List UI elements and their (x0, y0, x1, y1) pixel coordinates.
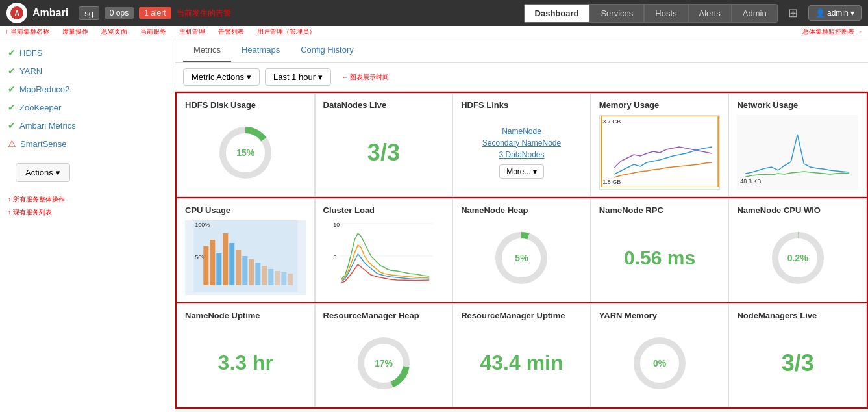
donut-label: 5% (515, 253, 528, 263)
tab-config-history[interactable]: Config History (290, 38, 364, 62)
ann-alerts: 告警列表 (218, 27, 244, 36)
cpu-chart: 100% 50% (185, 220, 306, 295)
app-name: Ambari (32, 7, 68, 19)
ann-total-view: 总览页面 (101, 27, 127, 36)
tab-heatmaps[interactable]: Heatmaps (231, 38, 290, 62)
tab-metrics[interactable]: Metrics (183, 38, 231, 62)
svg-text:5: 5 (333, 254, 336, 261)
ann-services-list: ↑ 现有服务列表 (0, 207, 175, 218)
sidebar-item-yarn[interactable]: ✔ YARN (0, 62, 175, 80)
main-layout: 当前正在执行的操作→ ✔ HDFS ✔ YARN ✔ MapReduce2 ✔ … (0, 38, 868, 412)
ann-cluster-name: ↑ 当前集群名称 (5, 27, 49, 36)
metric-memory-usage: Memory Usage 3.7 GB 1.8 GB (591, 93, 729, 197)
status-ok-icon: ✔ (8, 120, 16, 131)
metric-rm-heap: ResourceManager Heap 17% (315, 303, 453, 407)
nav-tab-alerts[interactable]: Alerts (688, 4, 732, 23)
ann-cluster-monitor: 总体集群监控图表 → (802, 27, 863, 36)
hdfs-link-datanodes[interactable]: 3 DataNodes (499, 150, 544, 159)
actions-container: Actions ▾ (8, 158, 167, 187)
alert-badge[interactable]: 1 alert (139, 7, 171, 19)
sidebar-item-hdfs[interactable]: ✔ HDFS (0, 44, 175, 62)
svg-rect-21 (255, 263, 260, 285)
metric-title: ResourceManager Uptime (461, 311, 582, 320)
metric-value: 43.4 min (461, 326, 582, 400)
grid-icon[interactable]: ⊞ (783, 6, 803, 20)
metric-actions-button[interactable]: Metric Actions ▾ (183, 68, 260, 86)
ann-metric-actions: 度量操作 (62, 27, 88, 36)
sidebar-item-zookeeper[interactable]: ✔ ZooKeeper (0, 98, 175, 116)
sidebar-item-smartsense[interactable]: ⚠ SmartSense (0, 135, 175, 153)
svg-text:1.8 GB: 1.8 GB (602, 179, 621, 185)
cluster-badge[interactable]: sg (79, 6, 99, 20)
metrics-grid-row2: CPU Usage 100% 50% (175, 198, 868, 303)
svg-text:10: 10 (333, 222, 340, 228)
donut-chart: 5% (492, 229, 551, 287)
svg-text:48.8 KB: 48.8 KB (741, 178, 762, 185)
toolbar: Metric Actions ▾ Last 1 hour ▾ ← 图表展示时间 (175, 63, 868, 92)
svg-rect-8 (739, 115, 856, 187)
hdfs-link-secondary-namenode[interactable]: Secondary NameNode (482, 138, 561, 148)
ops-badge[interactable]: 0 ops (105, 7, 134, 19)
dropdown-icon: ▾ (318, 72, 323, 82)
metric-title: NameNode Heap (461, 205, 582, 215)
svg-rect-20 (249, 259, 254, 285)
sidebar-item-label: HDFS (19, 48, 42, 58)
svg-rect-17 (229, 243, 234, 285)
metric-title: HDFS Disk Usage (185, 100, 306, 110)
sidebar: 当前正在执行的操作→ ✔ HDFS ✔ YARN ✔ MapReduce2 ✔ … (0, 38, 175, 412)
annotation-row-top: ↑ 当前集群名称 度量操作 总览页面 当前服务 主机管理 告警列表 用户管理（管… (0, 26, 868, 38)
metric-title: NameNode CPU WIO (737, 205, 858, 215)
status-ok-icon: ✔ (8, 84, 16, 94)
nav-tab-dashboard[interactable]: Dashboard (524, 4, 590, 23)
sidebar-item-label: Ambari Metrics (19, 121, 76, 131)
svg-text:100%: 100% (195, 222, 210, 228)
svg-rect-15 (216, 253, 221, 285)
donut-chart: 0.2% (769, 229, 827, 287)
donut-container: 0.2% (737, 220, 858, 295)
dropdown-icon: ▾ (56, 168, 60, 177)
sidebar-item-ambari-metrics[interactable]: ✔ Ambari Metrics (0, 116, 175, 135)
content-area: Metrics Heatmaps Config History Metric A… (175, 38, 868, 412)
more-button[interactable]: More... ▾ (499, 164, 544, 179)
time-range-button[interactable]: Last 1 hour ▾ (265, 68, 331, 86)
actions-button[interactable]: Actions ▾ (16, 163, 70, 182)
ann-services: 当前服务 (140, 27, 166, 36)
metric-namenode-cpu-wio: NameNode CPU WIO 0.2% (728, 198, 867, 302)
nav-tab-services[interactable]: Services (589, 4, 644, 23)
donut-label: 15% (236, 148, 254, 158)
app-logo: A (6, 3, 27, 23)
donut-label: 0.2% (787, 253, 808, 263)
network-chart: 48.8 KB (737, 115, 858, 190)
sidebar-item-label: YARN (19, 66, 42, 76)
metric-hdfs-disk-usage: HDFS Disk Usage 15% (177, 93, 315, 197)
metric-value: 0.56 ms (599, 220, 721, 295)
metric-title: Cluster Load (323, 205, 445, 215)
metric-cpu-usage: CPU Usage 100% 50% (177, 198, 315, 302)
donut-container: 15% (185, 115, 306, 190)
user-button[interactable]: 👤 admin ▾ (808, 5, 862, 21)
status-ok-icon: ✔ (8, 102, 16, 112)
svg-text:A: A (14, 10, 19, 17)
metric-title: Network Usage (737, 100, 858, 110)
metric-title: DataNodes Live (323, 100, 445, 110)
top-nav: A Ambari sg 0 ops 1 alert 当前发生的告警 Dashbo… (0, 0, 868, 26)
svg-rect-19 (242, 256, 247, 285)
ann-hosts: 主机管理 (179, 27, 205, 36)
nav-tab-admin[interactable]: Admin (732, 4, 778, 23)
donut-label: 17% (375, 358, 393, 368)
metric-yarn-memory: YARN Memory 0% (591, 303, 729, 407)
donut-label: 0% (653, 358, 666, 368)
metric-namenode-heap: NameNode Heap 5% (453, 198, 591, 302)
page-wrapper: A Ambari sg 0 ops 1 alert 当前发生的告警 Dashbo… (0, 0, 868, 412)
donut-container: 0% (599, 326, 721, 400)
metric-title: NodeManagers Live (737, 311, 858, 320)
ann-admin: 用户管理（管理员） (257, 27, 316, 36)
sidebar-item-mapreduce2[interactable]: ✔ MapReduce2 (0, 80, 175, 98)
metric-value: 3/3 (737, 326, 858, 400)
hdfs-link-namenode[interactable]: NameNode (502, 127, 541, 136)
nav-tab-hosts[interactable]: Hosts (644, 4, 688, 23)
svg-rect-25 (281, 272, 286, 285)
metric-rm-uptime: ResourceManager Uptime 43.4 min (453, 303, 591, 407)
svg-text:3.7 GB: 3.7 GB (602, 118, 621, 125)
donut-container: 5% (461, 220, 582, 295)
